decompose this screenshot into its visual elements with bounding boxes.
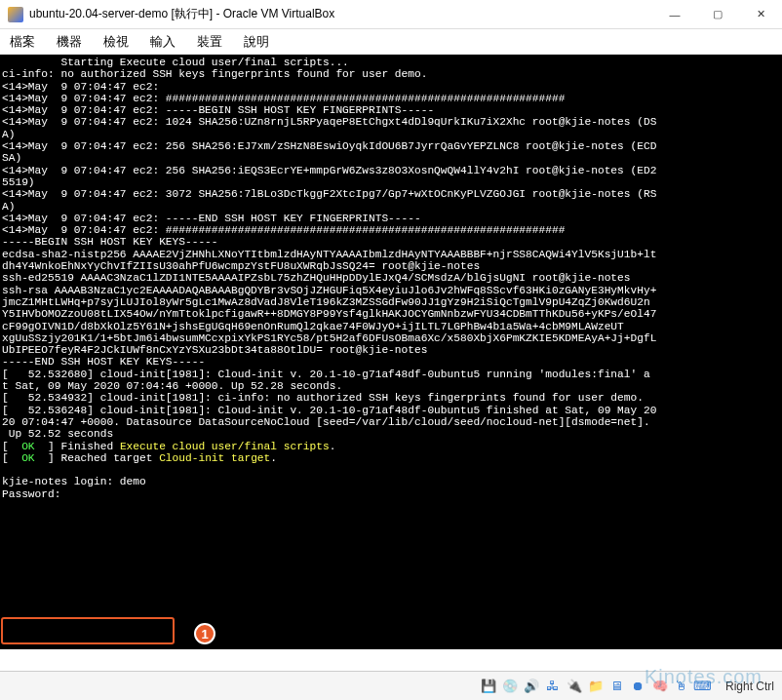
term-line: A) xyxy=(2,201,15,213)
window-controls: — ▢ ✕ xyxy=(653,0,782,29)
keyboard-icon[interactable]: ⌨ xyxy=(694,678,712,695)
term-line: -----END SSH HOST KEY KEYS----- xyxy=(2,356,205,368)
menu-help[interactable]: 說明 xyxy=(244,33,269,51)
ok-unit: Execute cloud user/final scripts xyxy=(120,441,330,452)
ok-status: OK xyxy=(21,452,34,464)
term-line: xgUuSSzjy201K1/1+5btJm6i4bwsumMCcxpixYkP… xyxy=(2,332,656,344)
mouse-icon[interactable]: 🖱 xyxy=(673,678,690,695)
term-line: A) xyxy=(2,129,15,140)
ok-text: ] Finished xyxy=(35,441,120,452)
callout-number: 1 xyxy=(201,627,208,642)
term-line: ecdsa-sha2-nistp256 AAAAE2VjZHNhLXNoYTIt… xyxy=(2,249,656,260)
term-line: -----BEGIN SSH HOST KEY KEYS----- xyxy=(2,236,218,248)
network-icon[interactable]: 🖧 xyxy=(544,678,562,695)
term-line: <14>May 9 07:04:47 ec2: ################… xyxy=(2,224,565,236)
term-line: UbIPEEO7feyR4F2JCkIUWf8nCxYzYSXu23bDt34t… xyxy=(2,344,427,356)
term-line: <14>May 9 07:04:47 ec2: 3072 SHA256:7lBL… xyxy=(2,188,656,200)
term-line: <14>May 9 07:04:47 ec2: 1024 SHA256:UZn8… xyxy=(2,116,656,128)
term-line: <14>May 9 07:04:47 ec2: -----END SSH HOS… xyxy=(2,213,421,224)
app-icon xyxy=(8,7,23,22)
term-line: ssh-rsa AAAAB3NzaC1yc2EAAAADAQABAAABgQDY… xyxy=(2,285,656,296)
usb-icon[interactable]: 🔌 xyxy=(566,678,583,695)
term-line: [ 52.532680] cloud-init[1981]: Cloud-ini… xyxy=(2,369,650,380)
host-key-indicator[interactable]: Right Ctrl xyxy=(725,680,774,693)
login-prompt: kjie-notes login: demo xyxy=(2,476,146,487)
menu-input[interactable]: 輸入 xyxy=(150,33,176,51)
audio-icon[interactable]: 🔊 xyxy=(523,678,540,695)
ok-bracket: [ xyxy=(2,452,21,464)
term-line: jmcZ1MHtLWHq+p7syjLUJIol8yWr5gLc1MwAz8dV… xyxy=(2,296,650,308)
term-line: [ 52.536248] cloud-init[1981]: Cloud-ini… xyxy=(2,405,656,416)
minimize-button[interactable]: — xyxy=(653,0,696,29)
menu-file[interactable]: 檔案 xyxy=(10,33,35,51)
menu-devices[interactable]: 裝置 xyxy=(197,33,222,51)
hdd-icon[interactable]: 💾 xyxy=(480,678,497,695)
term-line: <14>May 9 07:04:47 ec2: -----BEGIN SSH H… xyxy=(2,104,434,116)
ok-text: ] Reached target xyxy=(35,452,160,464)
term-line: ssh-ed25519 AAAAC3NzaC1lZDI1NTE5AAAAIPZs… xyxy=(2,272,631,284)
term-line: 20 07:04:47 +0000. Datasource DataSource… xyxy=(2,416,650,428)
term-line: [ 52.534932] cloud-init[1981]: ci-info: … xyxy=(2,392,644,404)
password-prompt: Password: xyxy=(2,488,60,500)
optical-icon[interactable]: 💿 xyxy=(501,678,519,695)
term-line: <14>May 9 07:04:47 ec2: 256 SHA256:iEQS3… xyxy=(2,165,656,176)
ok-unit: Cloud-init target xyxy=(159,452,270,464)
terminal-output[interactable]: Starting Execute cloud user/final script… xyxy=(0,55,782,649)
window-titlebar: ubuntu-20.04-server-demo [執行中] - Oracle … xyxy=(0,0,782,29)
statusbar: 💾 💿 🔊 🖧 🔌 📁 🖥 ⏺ 🧠 🖱 ⌨ Right Ctrl xyxy=(0,671,782,700)
term-line: cF99gOIVN1D/d8bXkOlz5Y61N+jshsEgUGqH69en… xyxy=(2,321,624,332)
recording-icon[interactable]: ⏺ xyxy=(630,678,647,695)
display-icon[interactable]: 🖥 xyxy=(608,678,626,695)
ok-dot: . xyxy=(330,441,336,452)
maximize-button[interactable]: ▢ xyxy=(696,0,739,29)
term-line: <14>May 9 07:04:47 ec2: 256 SHA256:EJ7xm… xyxy=(2,140,656,152)
term-line: SA) xyxy=(2,152,21,164)
menu-machine[interactable]: 機器 xyxy=(57,33,82,51)
ok-dot: . xyxy=(270,452,277,464)
term-line: Y5IHVbOMOZzoU08tLIX54Ow/nYmTtoklpcfigawR… xyxy=(2,308,656,320)
annotation-callout-1: 1 xyxy=(194,623,215,644)
term-line: Up 52.52 seconds xyxy=(2,428,113,440)
cpu-icon[interactable]: 🧠 xyxy=(651,678,669,695)
term-line: ci-info: no authorized SSH keys fingerpr… xyxy=(2,68,427,80)
shared-folder-icon[interactable]: 📁 xyxy=(587,678,605,695)
term-line: Starting Execute cloud user/final script… xyxy=(2,57,349,68)
term-line: 5519) xyxy=(2,176,35,188)
term-line: t Sat, 09 May 2020 07:04:46 +0000. Up 52… xyxy=(2,380,342,392)
ok-status: OK xyxy=(21,441,34,452)
term-line: dh4Y4WnkoEhNxYyChvIfZIIsU30ahPfU6wcmpzYs… xyxy=(2,260,480,272)
close-button[interactable]: ✕ xyxy=(739,0,782,29)
ok-bracket: [ xyxy=(2,441,21,452)
menu-view[interactable]: 檢視 xyxy=(103,33,129,51)
term-line: <14>May 9 07:04:47 ec2: ################… xyxy=(2,93,565,104)
window-title: ubuntu-20.04-server-demo [執行中] - Oracle … xyxy=(29,6,653,22)
menubar: 檔案 機器 檢視 輸入 裝置 說明 xyxy=(0,29,782,55)
term-line: <14>May 9 07:04:47 ec2: xyxy=(2,81,159,93)
